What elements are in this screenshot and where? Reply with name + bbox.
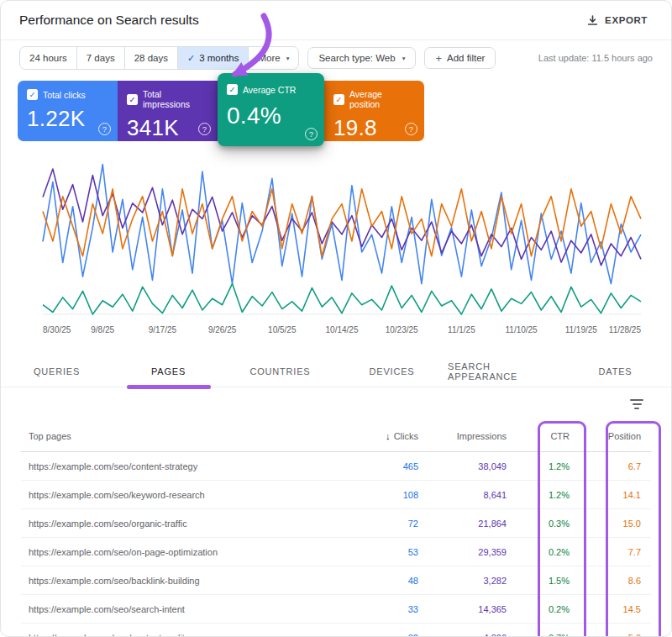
tab-dates[interactable]: DATES [559,356,671,387]
impressions-value: 8,641 [428,490,517,500]
chevron-down-icon: ▾ [286,55,290,62]
filter-bar: 24 hours7 days28 days✓3 monthsMore▾ Sear… [1,40,671,76]
metric-label: Average position [349,89,415,109]
metric-value: 1.22K [27,106,108,132]
x-axis-tick-label: 8/30/25 [43,325,71,334]
add-filter-chip[interactable]: + Add filter [424,47,496,69]
table-row[interactable]: https://example.com/seo/on-page-optimiza… [21,538,651,566]
table-header: Top pages ↓ Clicks Impressions CTR Posit… [21,421,651,452]
date-range-more-dropdown[interactable]: More▾ [248,47,298,69]
ctr-value: 1.2% [517,461,580,471]
x-axis-tick-label: 11/28/25 [609,325,642,334]
last-update-text: Last update: 11.5 hours ago [538,53,653,63]
x-axis-tick-label: 9/26/25 [208,325,237,334]
help-icon[interactable]: ? [405,123,417,135]
page-url[interactable]: https://example.com/seo/content-strategy [21,461,357,471]
position-value: 14.5 [580,604,651,614]
column-header-ctr[interactable]: CTR [517,431,580,441]
x-axis-tick-label: 10/14/25 [326,325,359,334]
export-button[interactable]: EXPORT [581,11,653,30]
x-axis-tick-label: 11/1/25 [448,325,475,334]
ctr-value: 1.5% [517,576,580,586]
clicks-value: 32 [357,633,428,637]
chart-series-clicks [43,165,641,284]
table-row[interactable]: https://example.com/seo/organic-traffic7… [21,509,651,538]
clicks-value: 465 [357,461,428,471]
metric-card-total-clicks[interactable]: ✓Total clicks1.22K? [18,81,118,141]
date-range-28-days[interactable]: 28 days [124,47,177,69]
impressions-value: 3,282 [428,576,517,586]
position-value: 6.7 [580,461,651,471]
metric-card-average-ctr[interactable]: ✓Average CTR0.4%? [218,73,324,146]
table-body: https://example.com/seo/content-strategy… [21,452,651,637]
clicks-value: 72 [357,519,428,529]
x-axis-tick-label: 9/17/25 [149,325,177,334]
dimension-tabs: QUERIESPAGESCOUNTRIESDEVICESSEARCH APPEA… [1,356,671,387]
help-icon[interactable]: ? [305,128,318,140]
page-url[interactable]: https://example.com/seo/keyword-research [21,490,357,500]
date-range-7-days[interactable]: 7 days [76,47,124,69]
page-header: Performance on Search results EXPORT [1,1,671,40]
tab-countries[interactable]: COUNTRIES [224,356,336,387]
metric-value: 0.4% [227,103,315,129]
impressions-value: 4,806 [428,633,517,637]
column-header-impressions[interactable]: Impressions [428,431,517,441]
help-icon[interactable]: ? [198,123,211,135]
page-url[interactable]: https://example.com/seo/search-intent [21,604,357,614]
table-row[interactable]: https://example.com/seo/search-intent331… [21,595,651,624]
checkbox-checked-icon[interactable]: ✓ [27,89,38,100]
table-row[interactable]: https://example.com/seo/backlink-buildin… [21,566,651,595]
metric-value: 19.8 [333,115,415,141]
date-range-24-hours[interactable]: 24 hours [20,47,76,69]
ctr-value: 0.3% [517,519,580,529]
help-icon[interactable]: ? [98,123,111,135]
tab-devices[interactable]: DEVICES [336,356,448,387]
search-type-chip[interactable]: Search type: Web ▾ [307,47,416,69]
tab-pages[interactable]: PAGES [113,356,224,387]
x-axis-tick-label: 11/10/25 [506,325,538,334]
metric-label: Total impressions [143,89,208,109]
search-console-performance-page: Performance on Search results EXPORT 24 … [0,0,672,637]
x-axis-tick-label: 10/23/25 [386,325,418,334]
checkbox-checked-icon[interactable]: ✓ [333,94,344,105]
x-axis-tick-label: 10/5/25 [268,325,297,334]
date-range-3-months[interactable]: ✓3 months [177,47,249,69]
plus-icon: + [435,52,442,65]
position-value: 15.0 [580,519,651,529]
page-url[interactable]: https://example.com/seo/on-page-optimiza… [21,547,357,557]
column-header-position[interactable]: Position [580,431,651,441]
performance-line-chart[interactable]: 8/30/259/8/259/17/259/26/2510/5/2510/14/… [18,151,654,343]
position-value: 14.1 [580,490,651,500]
tab-search-appearance[interactable]: SEARCH APPEARANCE [448,356,559,387]
checkbox-checked-icon[interactable]: ✓ [227,84,238,95]
column-header-clicks[interactable]: ↓ Clicks [357,431,428,441]
tab-queries[interactable]: QUERIES [1,356,113,387]
check-icon: ✓ [187,53,195,64]
clicks-value: 108 [357,490,428,500]
filter-rows-icon[interactable] [629,397,644,412]
page-url[interactable]: https://example.com/seo/backlink-buildin… [21,576,357,586]
clicks-value: 33 [357,604,428,614]
metric-card-total-impressions[interactable]: ✓Total impressions341K? [118,81,218,141]
position-value: 5.6 [580,633,651,637]
table-row[interactable]: https://example.com/seo/keyword-research… [21,481,651,509]
column-header-top-pages[interactable]: Top pages [21,431,357,441]
page-url[interactable]: https://example.com/seo/content-audit [21,633,357,637]
table-toolbar [1,387,671,421]
position-value: 8.6 [580,576,651,586]
metric-label: Total clicks [43,90,86,100]
sort-descending-icon: ↓ [386,431,391,441]
metric-card-average-position[interactable]: ✓Average position19.8? [324,81,424,141]
ctr-value: 1.2% [517,490,580,500]
impressions-value: 21,864 [428,519,517,529]
page-url[interactable]: https://example.com/seo/organic-traffic [21,519,357,529]
ctr-value: 0.2% [517,604,580,614]
table-row[interactable]: https://example.com/seo/content-strategy… [21,452,651,481]
table-row[interactable]: https://example.com/seo/content-audit324… [21,624,651,637]
checkbox-checked-icon[interactable]: ✓ [127,94,138,105]
impressions-value: 29,359 [428,547,517,557]
impressions-value: 38,049 [428,461,517,471]
annotation-tab-underline [127,385,211,389]
impressions-value: 14,365 [428,604,517,614]
date-range-chips: 24 hours7 days28 days✓3 monthsMore▾ [19,46,299,70]
